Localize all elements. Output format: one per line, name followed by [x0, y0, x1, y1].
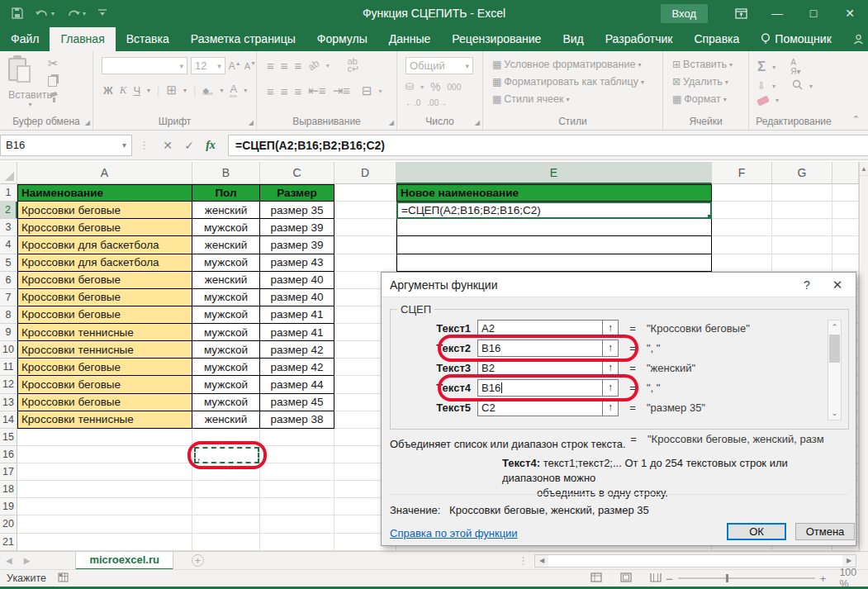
cell-A21[interactable]: [17, 534, 192, 551]
zoom-slider-thumb[interactable]: [726, 574, 728, 582]
cell-E5[interactable]: [396, 254, 712, 272]
page-break-view-icon[interactable]: [650, 572, 662, 585]
confirm-entry-icon[interactable]: ✓: [178, 139, 200, 152]
accounting-format-icon[interactable]: ⛁: [406, 81, 414, 93]
cell-B2[interactable]: женский: [192, 202, 260, 219]
cell-C10[interactable]: размер 42: [260, 341, 334, 359]
new-sheet-icon[interactable]: +: [192, 554, 204, 567]
cell-A15[interactable]: [17, 429, 192, 446]
row-header-15[interactable]: 15: [0, 429, 17, 446]
italic-button[interactable]: К: [120, 83, 127, 97]
cell-E1[interactable]: Новое наименование: [396, 184, 712, 202]
format-cells-button[interactable]: ▦Формат▾: [670, 93, 729, 106]
login-button[interactable]: Вход: [661, 4, 708, 23]
function-help-link[interactable]: Справка по этой функции: [390, 527, 518, 539]
cancel-button[interactable]: Отмена: [795, 523, 855, 540]
column-header-F[interactable]: F: [712, 162, 772, 184]
cell-G3[interactable]: [772, 219, 832, 236]
arg-input-текст4[interactable]: B16: [477, 379, 603, 397]
maximize-button[interactable]: □: [795, 0, 832, 26]
format-painter-icon[interactable]: [48, 92, 59, 105]
row-header-21[interactable]: 21: [0, 534, 17, 551]
cell-C11[interactable]: размер 42: [260, 359, 334, 376]
cell-C20[interactable]: [260, 515, 334, 533]
cell-C3[interactable]: размер 39: [260, 219, 334, 236]
arg-input-текст2[interactable]: B16: [477, 340, 603, 357]
cell-A8[interactable]: Кроссовки беговые: [17, 306, 192, 324]
tab-разметка-страницы[interactable]: Разметка страницы: [180, 27, 306, 51]
cell-G2[interactable]: [772, 202, 832, 219]
dialog-title-bar[interactable]: Аргументы функции ? ✕: [382, 273, 856, 297]
align-right-icon[interactable]: ≡: [295, 84, 302, 98]
page-layout-view-icon[interactable]: [620, 572, 632, 585]
minimize-button[interactable]: —: [759, 0, 795, 26]
underline-button[interactable]: Ч: [133, 84, 140, 97]
increase-decimal-icon[interactable]: ←.0: [406, 98, 420, 107]
orientation-icon[interactable]: ab: [306, 57, 321, 73]
row-header-9[interactable]: 9: [0, 324, 17, 341]
redo-icon[interactable]: ▾: [66, 8, 86, 19]
row-header-11[interactable]: 11: [0, 359, 17, 376]
dialog-close-icon[interactable]: ✕: [819, 278, 856, 292]
cell-A14[interactable]: Кроссовки теннисные: [17, 411, 192, 429]
cell-C16[interactable]: [260, 446, 334, 463]
cell-C9[interactable]: размер 41: [260, 324, 334, 341]
row-header-18[interactable]: 18: [0, 481, 17, 498]
cell-H2[interactable]: [832, 202, 859, 219]
cell-A7[interactable]: Кроссовки беговые: [17, 289, 192, 306]
dialog-scroll-up-icon[interactable]: ⌃: [828, 321, 841, 334]
alignment-dialog-launcher-icon[interactable]: ◢: [389, 119, 394, 126]
row-header-10[interactable]: 10: [0, 341, 17, 359]
borders-icon[interactable]: ⊞: [166, 83, 177, 97]
cell-B6[interactable]: женский: [192, 272, 260, 289]
cell-C4[interactable]: размер 39: [260, 236, 334, 254]
cell-A9[interactable]: Кроссовки теннисные: [17, 324, 192, 341]
paste-button[interactable]: Вставить ▾: [8, 58, 52, 108]
collapse-dialog-icon[interactable]: ↑: [603, 399, 619, 416]
cell-B8[interactable]: мужской: [192, 306, 260, 324]
close-button[interactable]: ✕: [832, 0, 868, 26]
column-header-A[interactable]: A: [17, 162, 192, 184]
decrease-indent-icon[interactable]: ⇤≡: [308, 83, 325, 98]
sort-filter-icon[interactable]: АЯ▾: [790, 58, 800, 76]
fill-down-icon[interactable]: ⇩: [757, 80, 766, 92]
column-header-E[interactable]: E: [396, 162, 712, 184]
cell-B13[interactable]: мужской: [192, 394, 260, 411]
cell-C12[interactable]: размер 44: [260, 376, 334, 393]
zoom-out-icon[interactable]: −: [666, 572, 673, 586]
tab-вставка[interactable]: Вставка: [116, 27, 180, 51]
cell-B15[interactable]: [192, 429, 260, 446]
cell-B5[interactable]: мужской: [192, 254, 260, 272]
number-dialog-launcher-icon[interactable]: ◢: [475, 119, 480, 126]
cell-B12[interactable]: мужской: [192, 376, 260, 393]
find-select-icon[interactable]: [792, 79, 803, 93]
cell-B19[interactable]: [192, 498, 260, 515]
sheet-prev-icon[interactable]: ◀: [0, 556, 18, 565]
arg-input-текст5[interactable]: C2: [477, 399, 603, 416]
cut-icon[interactable]: ✂: [48, 56, 59, 71]
cell-G1[interactable]: [772, 184, 832, 202]
arg-input-текст1[interactable]: A2: [477, 320, 603, 337]
horizontal-scrollbar[interactable]: ◀ ▶: [534, 554, 856, 568]
cell-D4[interactable]: [334, 236, 396, 254]
conditional-formatting-button[interactable]: ▦Условное форматирование▾: [490, 58, 643, 71]
cell-D3[interactable]: [334, 219, 396, 236]
cell-B4[interactable]: женский: [192, 236, 260, 254]
cell-A5[interactable]: Кроссовки для баскетбола: [17, 254, 192, 272]
cell-C18[interactable]: [260, 481, 334, 498]
cell-D1[interactable]: [334, 184, 396, 202]
horizontal-scroll-track[interactable]: [548, 555, 842, 567]
cell-G4[interactable]: [772, 236, 832, 254]
cell-A11[interactable]: Кроссовки беговые: [17, 359, 192, 376]
wrap-text-icon[interactable]: abc↵: [348, 58, 360, 73]
scroll-right-icon[interactable]: ▶: [842, 555, 856, 567]
save-icon[interactable]: [12, 7, 23, 19]
tab-разработчик[interactable]: Разработчик: [595, 27, 684, 51]
row-header-1[interactable]: 1: [0, 184, 17, 202]
cell-H3[interactable]: [832, 219, 859, 236]
cell-E3[interactable]: [396, 219, 712, 236]
percent-style-icon[interactable]: %: [430, 80, 440, 93]
cell-C19[interactable]: [260, 498, 334, 515]
decrease-decimal-icon[interactable]: .00→: [427, 98, 447, 107]
cell-B3[interactable]: мужской: [192, 219, 260, 236]
